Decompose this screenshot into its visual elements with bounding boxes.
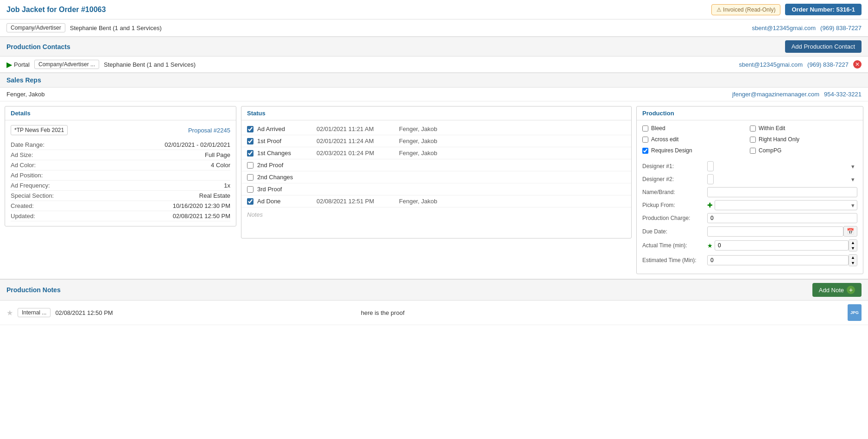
contact-phone[interactable]: (969) 838-7227	[807, 61, 849, 68]
right-hand-checkbox-row: Right Hand Only	[750, 136, 857, 143]
sales-rep-email[interactable]: jfenger@magazinemanager.com	[732, 91, 819, 98]
status-check-ad-done[interactable]	[247, 198, 253, 205]
within-edit-checkbox[interactable]	[750, 125, 756, 132]
status-item-1st-proof: 1st Proof 02/01/2021 11:24 AM Fenger, Ja…	[241, 135, 631, 147]
comp-pg-checkbox[interactable]	[750, 148, 756, 154]
requires-design-checkbox[interactable]	[642, 148, 648, 154]
within-edit-checkbox-row: Within Edit	[750, 125, 857, 132]
requires-design-checkbox-row: Requires Design	[642, 147, 750, 154]
detail-ad-color: Ad Color: 4 Color	[11, 160, 230, 170]
pickup-from-select[interactable]	[715, 200, 857, 210]
order-number-badge: Order Number: 5316-1	[785, 4, 862, 15]
estimated-time-label: Estimated Time (Min):	[642, 257, 707, 263]
pickup-from-wrapper	[715, 200, 857, 210]
publication-name: *TP News Feb 2021	[11, 125, 68, 135]
estimated-time-spinner[interactable]: ▲ ▼	[849, 254, 857, 266]
note-content: here is the proof	[361, 309, 600, 316]
name-brand-label: Name/Brand:	[642, 189, 707, 195]
page-header: Job Jacket for Order #10063 ⚠ Invoiced (…	[0, 0, 868, 19]
status-check-1st-changes[interactable]	[247, 150, 253, 157]
production-contacts-title: Production Contacts	[6, 43, 70, 50]
status-panel-title: Status	[241, 107, 631, 120]
production-notes-header: Production Notes Add Note +	[0, 279, 868, 301]
sales-rep-name: Fenger, Jakob	[6, 91, 44, 98]
sales-rep-phone[interactable]: 954-332-3221	[824, 91, 862, 98]
estimated-time-input[interactable]	[707, 255, 849, 265]
due-date-row: Due Date: 📅	[642, 226, 857, 237]
actual-time-label: Actual Time (min):	[642, 242, 707, 249]
add-production-contact-button[interactable]: Add Production Contact	[785, 40, 862, 53]
within-edit-label: Within Edit	[759, 125, 785, 132]
company-email[interactable]: sbent@12345gmai.com	[752, 25, 816, 31]
status-check-ad-arrived[interactable]	[247, 126, 253, 132]
bleed-checkbox[interactable]	[642, 125, 648, 132]
designer1-row: Designer #1:	[642, 161, 857, 171]
proposal-link[interactable]: Proposal #2245	[188, 127, 230, 134]
bleed-checkbox-row: Bleed	[642, 125, 750, 132]
production-checkboxes: Bleed Within Edit Across edit Right Hand…	[642, 125, 857, 157]
due-date-input[interactable]	[707, 226, 843, 237]
company-phone[interactable]: (969) 838-7227	[820, 25, 862, 31]
detail-ad-position: Ad Position:	[11, 170, 230, 181]
comp-pg-checkbox-row: CompPG	[750, 147, 857, 154]
company-advertiser-label: Company/Advertiser	[6, 23, 65, 32]
production-panel: Production Bleed Within Edit Across edit	[636, 106, 863, 274]
right-hand-only-label: Right Hand Only	[759, 136, 799, 143]
details-panel: Details *TP News Feb 2021 Proposal #2245…	[5, 106, 236, 226]
actual-time-input[interactable]	[715, 240, 849, 251]
production-charge-label: Production Charge:	[642, 215, 707, 221]
designer1-select[interactable]	[707, 161, 714, 171]
contact-row: ▶ Portal Company/Advertiser ... Stephani…	[0, 56, 868, 73]
name-brand-row: Name/Brand:	[642, 187, 857, 197]
across-edit-checkbox[interactable]	[642, 137, 648, 143]
sales-rep-row: Fenger, Jakob jfenger@magazinemanager.co…	[0, 88, 868, 101]
actual-time-up[interactable]: ▲	[849, 240, 857, 245]
designer2-select[interactable]	[707, 174, 714, 184]
status-check-1st-proof[interactable]	[247, 138, 253, 144]
production-charge-input[interactable]	[707, 213, 857, 223]
detail-ad-size: Ad Size: Full Page	[11, 150, 230, 160]
status-item-2nd-proof: 2nd Proof	[241, 159, 631, 171]
note-type-label: Internal ...	[18, 308, 51, 317]
comp-pg-label: CompPG	[759, 147, 781, 154]
page-title: Job Jacket for Order #10063	[6, 6, 106, 14]
across-edit-checkbox-row: Across edit	[642, 136, 750, 143]
portal-icon: ▶	[6, 60, 12, 69]
designer2-row: Designer #2:	[642, 174, 857, 184]
detail-date-range: Date Range: 02/01/2021 - 02/01/2021	[11, 140, 230, 150]
right-hand-only-checkbox[interactable]	[750, 137, 756, 143]
status-check-3rd-proof[interactable]	[247, 186, 253, 193]
designer1-label: Designer #1:	[642, 163, 707, 169]
status-check-2nd-proof[interactable]	[247, 162, 253, 169]
header-right: ⚠ Invoiced (Read-Only) Order Number: 531…	[711, 4, 862, 15]
status-body: Ad Arrived 02/01/2021 11:21 AM Fenger, J…	[241, 120, 631, 238]
designer1-wrapper	[707, 161, 857, 171]
status-item-ad-arrived: Ad Arrived 02/01/2021 11:21 AM Fenger, J…	[241, 123, 631, 135]
detail-updated: Updated: 02/08/2021 12:50 PM	[11, 211, 230, 221]
actual-time-down[interactable]: ▼	[849, 245, 857, 251]
note-star-icon[interactable]: ★	[6, 308, 13, 317]
contact-type: Portal	[14, 61, 30, 68]
status-item-3rd-proof: 3rd Proof	[241, 183, 631, 195]
actual-time-spinner[interactable]: ▲ ▼	[849, 239, 857, 251]
portal-badge: ▶ Portal	[6, 60, 30, 69]
actual-time-row: Actual Time (min): ★ ▲ ▼	[642, 239, 857, 251]
add-note-button[interactable]: Add Note +	[812, 283, 862, 297]
name-brand-input[interactable]	[707, 187, 857, 197]
due-date-label: Due Date:	[642, 228, 707, 235]
company-row: Company/Advertiser Stephanie Bent (1 and…	[0, 19, 868, 37]
estimated-time-down[interactable]: ▼	[849, 260, 857, 266]
sales-reps-header: Sales Reps	[0, 73, 868, 88]
contact-email[interactable]: sbent@12345gmai.com	[739, 61, 803, 68]
jpg-attachment-icon[interactable]: JPG	[848, 304, 862, 321]
remove-contact-button[interactable]: ✕	[853, 60, 862, 69]
estimated-time-up[interactable]: ▲	[849, 255, 857, 260]
note-row: ★ Internal ... 02/08/2021 12:50 PM here …	[0, 301, 868, 325]
actual-time-icon: ★	[707, 242, 713, 249]
due-date-calendar-button[interactable]: 📅	[843, 226, 857, 237]
status-check-2nd-changes[interactable]	[247, 174, 253, 181]
detail-ad-frequency: Ad Frequency: 1x	[11, 181, 230, 191]
across-edit-label: Across edit	[651, 136, 678, 143]
sales-reps-title: Sales Reps	[6, 76, 41, 84]
production-body: Bleed Within Edit Across edit Right Hand…	[637, 120, 863, 274]
